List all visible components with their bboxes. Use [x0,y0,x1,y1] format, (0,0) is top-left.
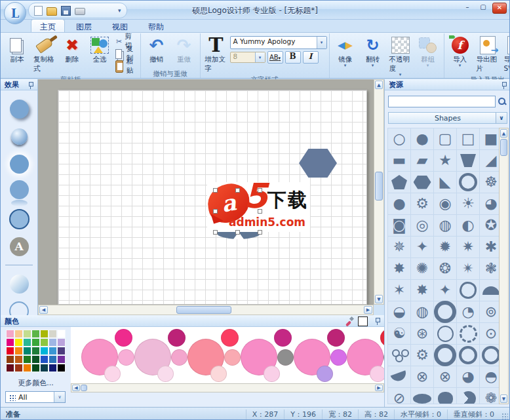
shape-spiky-burst[interactable]: ✵ [388,237,410,258]
resources-scroll-up-icon[interactable]: ▲ [500,129,507,138]
scroll-down-icon[interactable]: ▼ [375,295,383,303]
color-swatch-25[interactable] [40,355,49,364]
category-dropdown[interactable]: Shapes ∨ [388,112,507,124]
shape-star-8-sharp[interactable]: ✸ [411,280,433,301]
shape-thin-burst[interactable]: ✷ [457,237,479,258]
shape-blob-square[interactable] [434,388,456,404]
color-swatch-4[interactable] [40,330,49,338]
shape-star-in-circle[interactable]: ✪ [480,215,501,236]
shape-circle-x[interactable]: ⊗ [411,366,433,387]
shape-triquetra-emblem[interactable]: ☸ [480,172,501,193]
effect-drop-shadow[interactable] [5,98,33,119]
shape-yin-yang[interactable]: ☯ [388,323,410,344]
selection-handle[interactable] [258,188,262,193]
resize-grip[interactable] [501,413,508,419]
shape-trefoil[interactable] [388,345,410,366]
color-swatch-16[interactable] [23,347,31,355]
selection-handle[interactable] [213,188,218,193]
shape-square-filled[interactable]: ■ [480,128,501,149]
shape-pie-quarters[interactable]: ◕ [457,366,479,387]
size-dropdown-icon[interactable]: ▾ [255,52,265,62]
color-swatch-27[interactable] [57,355,66,364]
duplicate-button[interactable]: 副本 [3,34,31,66]
shape-broken-ring[interactable] [457,323,479,344]
shape-washer[interactable]: ⊛ [411,323,433,344]
shape-star-8-round[interactable]: ✴ [457,258,479,279]
canvas-vertical-scrollbar[interactable]: ▲ ▼ [374,79,384,305]
delete-button[interactable]: ✖ 删除 [58,34,86,66]
shape-thick-ring[interactable] [434,301,456,322]
undo-button[interactable]: ↶ 撤销 [143,34,170,66]
shape-star-7[interactable]: ✶ [388,280,410,301]
app-logo-orb[interactable]: L [4,2,26,24]
color-swatch-30[interactable] [23,364,31,372]
italic-button[interactable]: I [303,51,319,64]
shape-crescent-dot[interactable]: ◐ [457,215,479,236]
mirror-dropdown-icon[interactable]: ▾ [344,64,347,67]
color-swatch-1[interactable] [14,330,23,338]
group-button[interactable]: 群组 ▾ [414,34,442,69]
shape-circle-x-thin[interactable]: ⊗ [434,366,456,387]
shape-gear-8[interactable]: ⚙ [411,193,433,214]
shape-star-6[interactable]: ✦ [434,280,456,301]
canvas-viewport[interactable]: a 5 下载 admin5.com [38,79,374,305]
shape-star-snow[interactable]: ❃ [480,258,501,279]
color-scheme-1[interactable] [134,327,187,383]
import-button[interactable]: f 导入 ▾ [446,34,474,69]
add-text-button[interactable]: T 增加文字 [203,34,230,75]
color-swatch-17[interactable] [31,347,40,355]
shape-rounded-rect[interactable]: ▬ [388,150,410,171]
export-svg-button[interactable]: → 导出SVG [501,34,510,73]
shape-circle-filled[interactable]: ● [411,128,433,149]
tab-view[interactable]: 视图 [103,19,137,33]
shape-sphere-hole[interactable]: ◉ [434,193,456,214]
horizontal-scroll-thumb[interactable] [176,306,231,314]
shape-ring[interactable] [457,172,479,193]
color-swatch-34[interactable] [57,364,66,372]
color-swatch-18[interactable] [40,347,49,355]
selection-handle[interactable] [213,209,218,214]
selection-handle[interactable] [258,230,262,235]
shape-rough-ring[interactable] [434,345,456,366]
shape-pentagon[interactable] [388,172,410,193]
shape-square-outline[interactable]: □ [457,128,479,149]
search-icon[interactable] [497,96,507,107]
resources-vertical-scrollbar[interactable]: ▲ ▼ [499,128,509,404]
color-scheme-5[interactable] [347,327,384,383]
colors-pin-icon[interactable] [374,317,380,325]
search-input[interactable] [388,96,496,107]
strip-scroll-left-icon[interactable]: ◀ [72,385,80,391]
shape-star-5[interactable]: ★ [434,150,456,171]
shape-star-9[interactable]: ❂ [434,258,456,279]
font-family-select[interactable]: A Yummy Apology ▾ [230,36,327,49]
shape-ring-2[interactable] [457,345,479,366]
shape-disc[interactable]: ● [388,193,410,214]
font-size-select[interactable]: 8 ▾ [230,52,265,63]
category-chevron-icon[interactable]: ∨ [496,113,507,123]
eyedropper-icon[interactable] [345,316,354,326]
color-swatch-14[interactable] [6,347,14,355]
effect-bevel[interactable] [5,126,33,147]
tab-layers[interactable]: 图层 [67,19,101,33]
shape-quarter-wheel[interactable]: ◕ [480,193,501,214]
shape-right-triangle[interactable]: ◣ [434,172,456,193]
maximize-button[interactable]: ▢ [477,3,490,12]
color-swatch-20[interactable] [57,347,66,355]
shape-shaded-sphere[interactable]: ◍ [434,215,456,236]
color-swatch-12[interactable] [49,338,57,347]
color-scheme-0[interactable] [81,327,134,383]
canvas-horizontal-scrollbar[interactable]: ◀ ▶ [38,305,374,315]
opacity-dropdown-icon[interactable]: ▾ [399,73,402,77]
color-swatch-28[interactable] [6,364,14,372]
shape-sparkle-4[interactable]: ✦ [411,237,433,258]
opacity-button[interactable]: 不透明度 ▾ [387,34,414,78]
color-swatch-32[interactable] [40,364,49,372]
scroll-up-icon[interactable]: ▲ [375,81,383,89]
shape-ring-target[interactable]: ⊚ [480,301,501,322]
shape-quadrilateral[interactable]: ▰ [411,150,433,171]
shape-wobbly-ring[interactable] [480,345,501,366]
effect-glow[interactable] [5,153,33,174]
redo-button[interactable]: ↷ 重做 [170,34,198,66]
scroll-right-icon[interactable]: ▶ [364,306,372,314]
shape-blob[interactable]: ✱ [480,237,501,258]
